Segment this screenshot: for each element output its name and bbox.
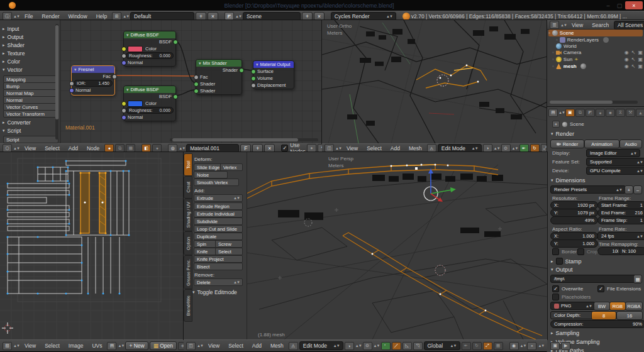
image-open-button[interactable]: ▦ Open — [150, 341, 177, 350]
editor-type-3dview-icon[interactable]: ◫ — [186, 342, 196, 350]
socket-volume-in[interactable] — [251, 76, 256, 81]
render-presets-select[interactable]: Render Presets▲▼ — [550, 185, 626, 194]
rgb-button[interactable]: RGB — [609, 302, 626, 311]
panel-dimensions-header[interactable]: ▾Dimensions — [551, 177, 586, 184]
manipulator-scale-icon[interactable]: ⤢ — [483, 342, 492, 350]
maximize-button[interactable]: ▢ — [614, 3, 625, 9]
roughness-slider[interactable]: Roughness:0.000 — [126, 107, 174, 114]
display-select[interactable]: Image Editor▲▼ — [586, 149, 640, 157]
selectable-cursor-icon[interactable]: ↖ — [631, 63, 636, 69]
menu-view[interactable]: View — [204, 343, 223, 349]
editor-type-info-icon[interactable]: ⓘ — [3, 12, 12, 20]
socket-shader1-in[interactable] — [194, 82, 199, 87]
manipulator-translate-icon[interactable]: ↞ — [462, 342, 471, 350]
tab-object-icon[interactable]: ■ — [606, 109, 615, 117]
socket-normal-in[interactable] — [121, 115, 126, 120]
socket-displacement-in[interactable] — [251, 83, 256, 88]
shelf-tab-shading-uv[interactable]: Shading / UV — [184, 199, 192, 231]
outliner-hscrollbar[interactable] — [550, 101, 638, 104]
tab-modifiers-icon[interactable]: ⚒ — [626, 109, 635, 117]
shelf-tab-grease-pencil[interactable]: Grease Penc. — [184, 255, 192, 289]
layout-delete-button[interactable]: × — [208, 12, 218, 21]
color-swatch[interactable] — [128, 101, 143, 107]
uv-editor-area[interactable] — [0, 152, 184, 339]
material-unlink-button[interactable]: × — [264, 144, 275, 153]
menu-select[interactable]: Select — [41, 145, 64, 151]
compositing-nodes-icon[interactable]: ⧉ — [115, 144, 125, 152]
menu-add[interactable]: Add — [65, 145, 82, 151]
bisect-button[interactable]: Bisect — [194, 263, 243, 270]
world-material-icon[interactable]: ● — [152, 144, 162, 152]
format-select[interactable]: PNG▲▼ — [550, 302, 596, 310]
output-path-field[interactable]: /tmp\ — [550, 275, 638, 283]
editor-type-3dview-icon[interactable]: ◫ — [325, 144, 334, 152]
border-checkbox[interactable]: Border — [552, 248, 577, 255]
proportional-edit-icon[interactable]: ◉ — [509, 342, 519, 350]
material-name-field[interactable]: Material.001 — [186, 144, 239, 153]
socket-fac-in[interactable] — [194, 75, 199, 80]
tab-data-icon[interactable]: ▲ — [636, 109, 644, 117]
panel-render-header[interactable]: ▾Render — [551, 131, 574, 137]
menu-file[interactable]: File — [21, 13, 37, 19]
extrude-region-button[interactable]: Extrude Region — [194, 202, 243, 210]
edge-select-icon[interactable]: ／ — [392, 342, 401, 350]
menu-help[interactable]: Help — [92, 13, 111, 19]
rgba-button[interactable]: RGBA — [625, 302, 643, 311]
depth-8-button[interactable]: 8 — [591, 311, 616, 320]
socket-color-in[interactable] — [121, 47, 126, 52]
file-browse-button[interactable]: ▦ — [633, 275, 642, 283]
scene-add-button[interactable]: + — [302, 12, 313, 21]
extrude-individual-button[interactable]: Extrude Individual — [194, 210, 243, 217]
socket-bsdf-out[interactable] — [173, 40, 178, 45]
scene-delete-button[interactable]: × — [314, 12, 325, 21]
menu-add[interactable]: Add — [248, 343, 265, 349]
outliner-row-mesh[interactable]: ◦ mesh ◉↖▣ — [548, 63, 643, 70]
manipulator-rotate-icon[interactable]: ↻ — [530, 144, 540, 152]
shelf-tab-options[interactable]: Option — [184, 231, 192, 255]
socket-roughness-in[interactable] — [121, 108, 126, 113]
visibility-eye-icon[interactable]: ◉ — [625, 63, 629, 69]
vertex-button[interactable]: Vertex — [220, 163, 243, 171]
panel-stamp-header[interactable]: ▸Stamp — [551, 258, 582, 265]
node-mix-shader[interactable]: ▾Mix Shader Shader Fac Shader Shader — [196, 59, 242, 95]
preset-remove-button[interactable]: – — [633, 185, 642, 194]
mode-select[interactable]: Edit Mode▲▼ — [299, 341, 343, 350]
node-editor-hscrollbar[interactable] — [170, 138, 318, 141]
viewport-top[interactable]: User Ortho Meters — [322, 20, 547, 143]
preset-add-button[interactable]: + — [625, 185, 633, 194]
face-select-icon[interactable]: ◺ — [402, 342, 412, 350]
overwrite-checkbox[interactable]: ✓Overwrite — [552, 285, 583, 292]
pivot-center-icon[interactable]: ⊙ — [363, 342, 372, 350]
outliner-row-camera[interactable]: ◦ Camera ◉↖▣ — [548, 49, 643, 56]
object-material-icon[interactable]: ◧ — [142, 144, 151, 152]
render-opengl-icon[interactable]: ▣ — [550, 342, 560, 350]
image-new-button[interactable]: + New — [125, 341, 148, 350]
minimize-button[interactable]: – — [602, 3, 614, 9]
visibility-eye-icon[interactable]: ◉ — [625, 50, 629, 55]
snap-magnet-icon[interactable]: ◓ — [527, 342, 536, 350]
shelf-tab-tool[interactable]: Tool — [184, 153, 192, 176]
occlude-geometry-icon[interactable]: ◹ — [413, 342, 423, 350]
tab-render-icon[interactable]: ▣ — [565, 109, 575, 117]
remap-new-field[interactable]: N: 100 — [618, 247, 644, 255]
depth-16-button[interactable]: 16 — [616, 311, 643, 320]
pin-icon[interactable]: ⌖ — [552, 121, 560, 128]
material-browse-icon[interactable]: ◍ — [168, 144, 177, 152]
menu-select[interactable]: Select — [225, 343, 247, 349]
toggle-editmode-panel[interactable]: ▾Toggle Editmode — [192, 289, 237, 295]
panel-sampling-header[interactable]: ▸Sampling — [551, 330, 579, 336]
menu-node[interactable]: Node — [83, 145, 103, 151]
node-fresnel[interactable]: ▾Fresnel Fac IOR:1.450 Normal — [71, 65, 115, 96]
scene-icon[interactable]: ◩ — [225, 12, 234, 20]
stamp-checkbox[interactable] — [556, 258, 563, 265]
tab-render-layers-icon[interactable]: ⧉ — [575, 109, 585, 117]
renderable-camera-icon[interactable]: ▣ — [638, 57, 643, 62]
bw-button[interactable]: BW — [594, 302, 610, 311]
render-opengl-anim-icon[interactable]: ▶ — [561, 342, 570, 350]
ior-slider[interactable]: IOR:1.450 — [74, 80, 113, 87]
frame-step-field[interactable]: Frame Step:1 — [597, 216, 644, 224]
screen-layout-field[interactable]: Default — [130, 12, 194, 21]
socket-normal-in[interactable] — [121, 60, 126, 65]
close-button[interactable]: × — [625, 1, 643, 9]
node-material-output[interactable]: ▾Material Output Surface Volume Displace… — [253, 60, 294, 89]
